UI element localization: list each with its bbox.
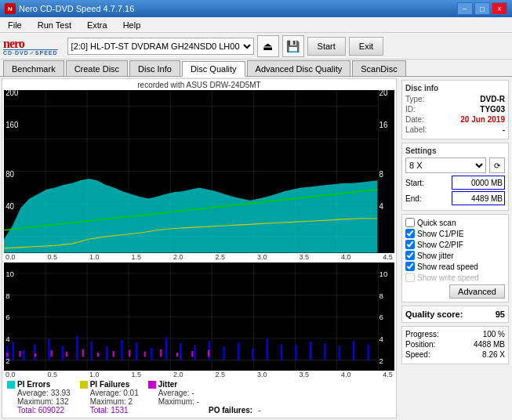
chart-area: recorded with ASUS DRW-24D5MT	[2, 78, 397, 418]
label-value: -	[503, 125, 505, 134]
svg-marker-15	[4, 179, 377, 253]
label-label: Label:	[405, 125, 427, 134]
end-row: End:	[405, 191, 505, 205]
type-label: Type:	[405, 95, 424, 103]
svg-rect-79	[191, 350, 193, 356]
minimize-button[interactable]: −	[457, 2, 473, 15]
legend-jitter: Jitter Average: - Maximum: -	[148, 380, 199, 415]
tab-disc-quality[interactable]: Disc Quality	[182, 61, 245, 77]
svg-rect-42	[23, 349, 24, 360]
svg-text:160: 160	[5, 121, 19, 129]
bottom-chart: 10 8 6 4 2 10 8 6 4 2	[4, 262, 394, 371]
settings-icon-button[interactable]: ⟳	[489, 158, 505, 173]
advanced-button[interactable]: Advanced	[449, 284, 505, 299]
pi-failures-total: Total: 1531	[90, 406, 139, 415]
svg-rect-46	[76, 335, 78, 360]
eject-button[interactable]: ⏏	[257, 35, 279, 57]
speed-label: Speed:	[405, 350, 430, 359]
pi-errors-avg: Average: 33.93	[17, 389, 71, 397]
show-read-speed-checkbox[interactable]	[405, 262, 415, 271]
window-title: Nero CD-DVD Speed 4.7.7.16	[19, 4, 134, 13]
position-label: Position:	[405, 340, 435, 349]
close-button[interactable]: ×	[492, 2, 507, 15]
menu-help[interactable]: Help	[118, 19, 146, 31]
svg-text:4: 4	[5, 335, 10, 343]
maximize-button[interactable]: □	[474, 2, 490, 15]
tab-disc-info[interactable]: Disc Info	[129, 60, 180, 76]
position-row: Position: 4488 MB	[405, 340, 505, 349]
svg-text:10: 10	[379, 270, 388, 278]
disc-info-title: Disc info	[405, 84, 505, 92]
svg-text:8: 8	[379, 169, 384, 178]
svg-rect-65	[353, 341, 354, 360]
show-c2-pif-row: Show C2/PIF	[405, 240, 505, 249]
progress-value: 100 %	[483, 330, 505, 339]
menu-bar: File Run Test Extra Help	[0, 17, 512, 33]
exit-button[interactable]: Exit	[349, 37, 383, 56]
menu-extra[interactable]: Extra	[82, 19, 112, 31]
menu-file[interactable]: File	[3, 19, 27, 31]
svg-text:16: 16	[379, 121, 388, 129]
progress-panel: Progress: 100 % Position: 4488 MB Speed:…	[401, 326, 509, 364]
quick-scan-row: Quick scan	[405, 218, 505, 227]
progress-label: Progress:	[405, 330, 439, 339]
speed-row: 8 X ⟳	[405, 158, 505, 173]
svg-rect-44	[48, 339, 49, 360]
svg-rect-71	[66, 352, 67, 357]
checkboxes-panel: Quick scan Show C1/PIE Show C2/PIF Show …	[401, 214, 509, 302]
progress-row: Progress: 100 %	[405, 330, 505, 339]
quick-scan-checkbox[interactable]	[405, 218, 415, 227]
show-write-speed-checkbox[interactable]	[405, 273, 415, 282]
svg-rect-58	[252, 348, 253, 360]
show-jitter-row: Show jitter	[405, 251, 505, 260]
id-value: TYG03	[480, 105, 505, 114]
svg-rect-49	[121, 340, 122, 360]
nero-logo: nero CD·DVD⟋SPEED	[3, 37, 58, 56]
type-value: DVD-R	[480, 95, 505, 103]
drive-select[interactable]: [2:0] HL-DT-ST DVDRAM GH24NSD0 LH00	[67, 38, 254, 55]
id-label: ID:	[405, 105, 416, 114]
tab-scan-disc[interactable]: ScanDisc	[352, 60, 405, 76]
svg-rect-68	[19, 350, 20, 356]
svg-text:6: 6	[5, 313, 9, 321]
svg-rect-78	[176, 353, 178, 357]
disc-id-row: ID: TYG03	[405, 105, 505, 114]
disc-type-row: Type: DVD-R	[405, 95, 505, 103]
date-value: 20 Jun 2019	[460, 115, 505, 124]
svg-rect-47	[90, 342, 92, 360]
svg-rect-70	[51, 349, 53, 357]
svg-rect-53	[180, 343, 181, 360]
svg-text:200: 200	[5, 90, 19, 97]
po-failures-label: PO failures:	[209, 406, 252, 415]
menu-run-test[interactable]: Run Test	[33, 19, 76, 31]
tab-benchmark[interactable]: Benchmark	[3, 60, 64, 76]
save-button[interactable]: 💾	[282, 35, 304, 57]
svg-rect-56	[223, 346, 224, 360]
show-c1-pie-row: Show C1/PIE	[405, 229, 505, 238]
show-c1-pie-checkbox[interactable]	[405, 229, 415, 238]
top-chart-x-labels: 0.0 0.5 1.0 1.5 2.0 2.5 3.0 3.5 4.0 4.5	[4, 253, 394, 261]
svg-rect-73	[97, 353, 99, 357]
show-c2-pif-checkbox[interactable]	[405, 240, 415, 249]
start-input[interactable]	[452, 176, 505, 190]
pi-failures-color	[80, 381, 88, 389]
main-content: recorded with ASUS DRW-24D5MT	[0, 77, 512, 420]
end-input[interactable]	[452, 191, 505, 205]
svg-rect-59	[267, 338, 268, 360]
date-label: Date:	[405, 115, 424, 124]
show-jitter-checkbox[interactable]	[405, 251, 415, 260]
speed-select[interactable]: 8 X	[405, 158, 486, 173]
start-button[interactable]: Start	[307, 37, 346, 56]
svg-rect-75	[129, 349, 130, 357]
tab-advanced-disc-quality[interactable]: Advanced Disc Quality	[247, 60, 351, 76]
pi-failures-label: PI Failures	[90, 380, 139, 389]
svg-rect-77	[160, 349, 162, 357]
jitter-avg: Average: -	[158, 389, 199, 397]
top-chart: 20 16 8 4 200 160 80 40	[4, 90, 394, 253]
pi-errors-max: Maximum: 132	[17, 397, 71, 406]
svg-text:8: 8	[5, 291, 9, 299]
svg-rect-51	[151, 347, 152, 360]
svg-text:10: 10	[5, 270, 14, 278]
quality-panel: Quality score: 95	[401, 306, 509, 323]
tab-create-disc[interactable]: Create Disc	[66, 60, 128, 76]
